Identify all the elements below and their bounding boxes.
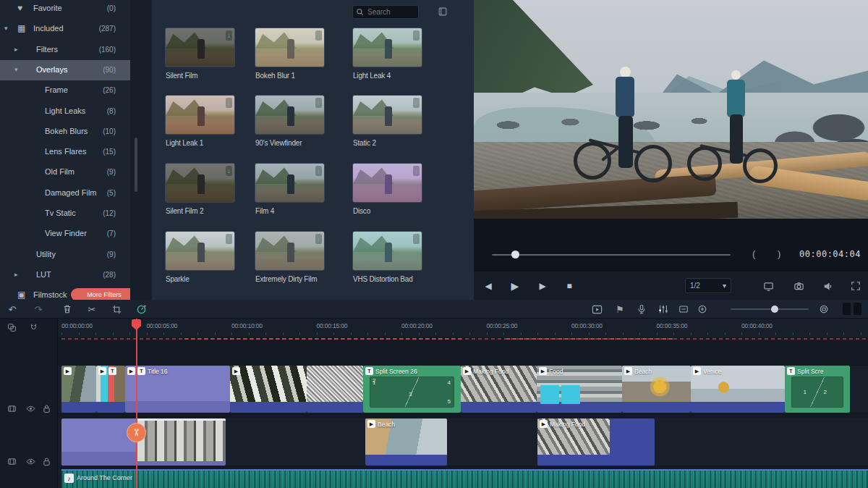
marker-icon[interactable]: ⚑ [613, 303, 626, 316]
sidebar-item-light-leaks[interactable]: Light Leaks(8) [0, 101, 130, 122]
previous-frame-button[interactable]: ◀ [480, 278, 497, 294]
effect-light-leak-4[interactable]: ↓Light Leak 4 [352, 28, 425, 85]
sidebar-item-frame[interactable]: Frame(26) [0, 80, 130, 101]
effect-silent-film[interactable]: ↓Silent Film [165, 28, 237, 85]
download-icon[interactable]: ↓ [226, 166, 232, 176]
search-box[interactable] [352, 5, 419, 19]
timeline-clip-beach[interactable]: ▶Beach [622, 366, 691, 413]
panel-scrollbar[interactable] [135, 138, 137, 192]
mark-in-icon[interactable]: ( [752, 248, 755, 259]
effect-thumbnail[interactable]: ↓ [352, 231, 422, 271]
effect-bokeh-blur-1[interactable]: ↓Bokeh Blur 1 [255, 28, 327, 85]
timeline-clip-title-16[interactable]: ▶TTitle 16 [125, 366, 230, 413]
sidebar-item-damaged-film[interactable]: Damaged Film(5) [0, 183, 130, 203]
display-device-icon[interactable] [760, 278, 777, 294]
speed-icon[interactable] [135, 303, 148, 316]
timeline-clip-split-scre[interactable]: 12TSplit Scre [785, 366, 850, 413]
track-icon[interactable] [7, 404, 17, 413]
render-preview-icon[interactable] [590, 303, 603, 316]
effect-thumbnail[interactable]: ↓ [255, 95, 325, 135]
lock-icon[interactable] [42, 457, 51, 466]
sidebar-item-included[interactable]: ▾▦Included(287) [0, 19, 130, 39]
effect-thumbnail[interactable]: ↓ [352, 163, 422, 203]
playhead-grip-scissors[interactable]: ✂ [127, 423, 146, 442]
effect-light-leak-1[interactable]: ↓Light Leak 1 [165, 95, 237, 153]
effect-silent-film-2[interactable]: ↓Silent Film 2 [165, 163, 237, 221]
effect-thumbnail[interactable]: ↓ [165, 231, 235, 271]
stop-button[interactable]: ■ [561, 278, 578, 294]
timeline-zoom-slider[interactable] [731, 308, 809, 310]
mixer-icon[interactable] [657, 303, 670, 316]
track-icon[interactable] [7, 457, 17, 466]
timeline-view-toggle[interactable] [854, 303, 861, 315]
layers-icon[interactable] [7, 323, 17, 332]
timeline-clip-around-the-corner[interactable]: ♪ Around The Corner [61, 469, 868, 488]
voiceover-icon[interactable] [635, 303, 648, 316]
effect-thumbnail[interactable]: ↓ [165, 163, 235, 203]
mark-out-icon[interactable]: ) [778, 248, 780, 259]
timeline-clip-making-food[interactable]: ▶Making Food [537, 418, 655, 466]
effect-thumbnail[interactable]: ↓ [165, 28, 235, 67]
next-frame-button[interactable]: ▶ [534, 278, 551, 294]
timeline-clip[interactable]: ▶T [96, 366, 125, 413]
download-icon[interactable]: ↓ [226, 30, 232, 41]
download-icon[interactable]: ↓ [413, 166, 420, 176]
timeline-view-toggle[interactable] [843, 303, 851, 315]
playback-quality-select[interactable]: 1/2▾ [685, 278, 731, 293]
sidebar-item-overlays[interactable]: ▾Overlays(90) [0, 60, 130, 80]
magnet-icon[interactable] [29, 323, 38, 332]
effect-thumbnail[interactable]: ↓ [352, 95, 422, 135]
sidebar-item-lut[interactable]: ▸LUT(28) [0, 265, 130, 285]
eye-icon[interactable] [26, 457, 35, 466]
snapshot-icon[interactable] [790, 278, 807, 294]
playhead[interactable] [136, 319, 137, 488]
delete-icon[interactable] [61, 303, 74, 316]
zoom-out-icon[interactable] [677, 303, 690, 316]
play-button[interactable]: ▶ [506, 278, 524, 294]
timeline-clip-food[interactable]: ▶Food [537, 366, 622, 413]
effect-sparkle[interactable]: ↓Sparkle [165, 231, 237, 289]
timeline-ruler[interactable]: 00:00:00:0000:00:05:0000:00:10:0000:00:1… [0, 319, 868, 337]
sidebar-item-old-film[interactable]: Old Film(9) [0, 162, 130, 182]
volume-icon[interactable] [820, 278, 837, 294]
search-input[interactable] [366, 7, 409, 17]
effect-thumbnail[interactable]: ↓ [352, 28, 422, 67]
timeline-clip-split-screen-26[interactable]: 14325TSplit Screen 26 [363, 366, 461, 413]
effect-90-s-viewfinder[interactable]: ↓90's Viewfinder [255, 95, 327, 153]
download-icon[interactable]: ↓ [315, 234, 322, 244]
timeline-clip-making-food[interactable]: ▶Making Food [461, 366, 537, 413]
sidebar-item-filmstock[interactable]: ▣FilmstockMore Filters [0, 285, 130, 300]
lock-icon[interactable] [42, 404, 51, 413]
eye-icon[interactable] [26, 404, 35, 413]
effect-thumbnail[interactable]: ↓ [255, 231, 325, 271]
download-icon[interactable]: ↓ [315, 30, 322, 41]
seek-knob[interactable] [511, 251, 519, 258]
effect-vhs-distortion-bad[interactable]: ↓VHS Distortion Bad [352, 231, 425, 289]
split-icon[interactable]: ✂ [85, 303, 98, 316]
sidebar-item-favorite[interactable]: ♥Favorite(0) [0, 0, 130, 19]
undo-icon[interactable]: ↶ [6, 303, 19, 316]
seek-slider[interactable] [492, 254, 731, 256]
download-icon[interactable]: ↓ [226, 98, 232, 108]
timeline-clip[interactable] [307, 366, 363, 413]
crop-icon[interactable] [110, 303, 123, 316]
download-icon[interactable]: ↓ [413, 30, 420, 41]
fullscreen-icon[interactable] [847, 278, 864, 294]
download-icon[interactable]: ↓ [315, 166, 322, 176]
effect-disco[interactable]: ↓Disco [352, 163, 425, 221]
timeline-clip-venice[interactable]: ▶Venice [691, 366, 785, 413]
effect-thumbnail[interactable]: ↓ [255, 163, 325, 203]
sidebar-item-lens-flares[interactable]: Lens Flares(15) [0, 142, 130, 162]
zoom-in-icon[interactable] [696, 303, 709, 316]
sidebar-item-tv-static[interactable]: Tv Static(12) [0, 203, 130, 224]
sidebar-item-view-finder[interactable]: View Finder(7) [0, 224, 130, 244]
timeline-clip[interactable]: ▶ [61, 366, 96, 413]
download-icon[interactable]: ↓ [315, 98, 322, 108]
sidebar-item-filters[interactable]: ▸Filters(160) [0, 40, 130, 60]
effect-film-4[interactable]: ↓Film 4 [255, 163, 327, 221]
sidebar-item-bokeh-blurs[interactable]: Bokeh Blurs(10) [0, 122, 130, 142]
timeline-zoom-handle[interactable] [771, 306, 778, 313]
effect-thumbnail[interactable]: ↓ [255, 28, 325, 67]
effect-extremely-dirty-film[interactable]: ↓Extremely Dirty Film [255, 231, 327, 289]
sidebar-item-utility[interactable]: Utility(9) [0, 245, 130, 265]
